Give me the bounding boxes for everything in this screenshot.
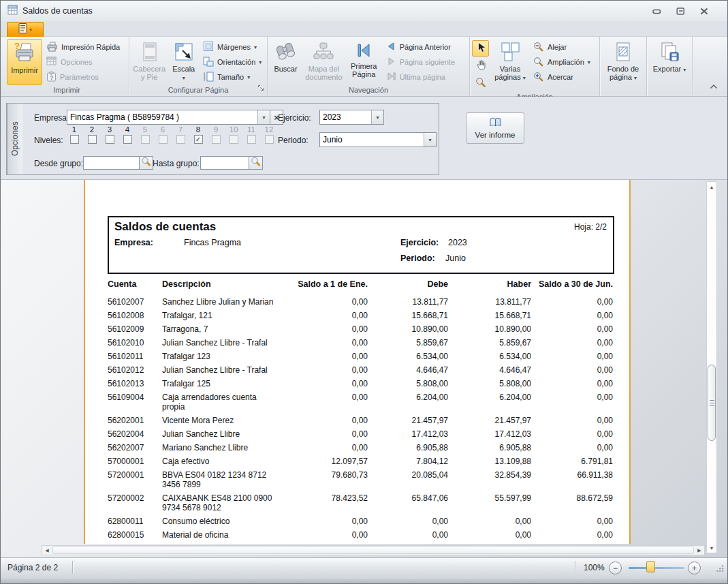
desde-grupo-input[interactable] — [83, 156, 140, 170]
hasta-grupo-search-button[interactable] — [249, 156, 263, 170]
zoom-out-button[interactable]: − — [609, 562, 622, 574]
varias-paginas-button[interactable]: Varias páginas ▾ — [491, 39, 529, 92]
application-menu-button[interactable]: ▾ — [7, 22, 44, 37]
zoom-tool-button[interactable] — [472, 76, 489, 92]
vertical-scrollbar[interactable]: ▲ ▼ — [706, 181, 717, 553]
options-panel: Opciones Empresa: ▾ × Ejercicio: ▾ Nivel… — [1, 97, 727, 179]
ejercicio-input[interactable] — [320, 110, 371, 124]
report-empresa-value: Fincas Pragma — [184, 238, 241, 247]
scroll-left-arrow[interactable]: ◀ — [42, 546, 52, 555]
ver-informe-label: Ver informe — [475, 131, 516, 139]
table-cell: Vicente Mora Perez — [162, 414, 281, 427]
imprimir-button[interactable]: ? Imprimir — [7, 39, 42, 85]
nivel-checkbox-2[interactable] — [88, 135, 97, 144]
pagina-siguiente-label: Página siguiente — [400, 58, 455, 66]
nivel-number-label: 10 — [230, 125, 238, 134]
table-cell: 57000001 — [108, 455, 162, 468]
table-cell: 10.890,00 — [448, 322, 531, 336]
margenes-button[interactable]: Márgenes ▾ — [200, 40, 265, 54]
impresion-rapida-button[interactable]: Impresión Rápida — [44, 40, 127, 54]
multiple-pages-icon — [499, 42, 521, 63]
nivel-checkbox-8[interactable]: ✓ — [194, 135, 203, 144]
scroll-right-arrow[interactable]: ▶ — [695, 546, 704, 555]
parametros-button[interactable]: ? Parámetros — [44, 70, 127, 84]
table-cell: 56109004 — [108, 390, 162, 414]
table-row: 56102007Sanchez Llibre Julian y Marian0,… — [108, 295, 613, 309]
app-icon — [7, 5, 18, 18]
scroll-up-arrow[interactable]: ▲ — [707, 182, 716, 191]
nivel-checkbox-1[interactable] — [70, 135, 79, 144]
minimize-button[interactable] — [651, 7, 662, 16]
ultima-pagina-button[interactable]: Última página — [383, 70, 467, 84]
periodo-combobox[interactable]: ▾ — [319, 132, 437, 147]
opciones-button[interactable]: Opciones — [44, 55, 127, 69]
chevron-down-icon[interactable]: ▾ — [424, 133, 436, 147]
pointer-tool-button[interactable] — [472, 40, 489, 57]
table-cell: 0,00 — [281, 336, 368, 350]
exportar-button[interactable]: Exportar ▾ — [650, 39, 689, 85]
close-button[interactable] — [699, 7, 710, 16]
fondo-pagina-button[interactable]: Fondo de página ▾ — [602, 39, 644, 85]
pagina-siguiente-button[interactable]: Página siguiente — [383, 55, 467, 69]
table-cell: 15.668,71 — [448, 309, 531, 322]
orientacion-label: Orientación — [217, 58, 255, 66]
primera-pagina-button[interactable]: Primera Página — [346, 39, 382, 85]
ribbon-tail — [693, 37, 727, 96]
table-row: 56102011Trafalgar 1230,006.534,006.534,0… — [108, 350, 613, 363]
zoom-slider-thumb[interactable] — [646, 561, 655, 572]
ampliacion-button[interactable]: Ampliación ▾ — [531, 55, 596, 69]
nivel-checkbox-4[interactable] — [123, 135, 132, 144]
tamano-button[interactable]: Tamaño ▾ — [200, 70, 265, 84]
cabecera-pie-button[interactable]: Cabecera y Pie — [131, 39, 167, 85]
orientacion-button[interactable]: Orientación ▾ — [200, 55, 265, 69]
zoom-in-button[interactable]: + — [688, 562, 701, 574]
window-controls — [651, 7, 721, 16]
table-cell: 21.457,97 — [368, 414, 448, 427]
collapse-ribbon-button[interactable] — [710, 80, 718, 92]
nivel-number-label: 5 — [143, 125, 147, 134]
pagina-anterior-button[interactable]: Página Anterior — [383, 40, 467, 54]
ejercicio-combobox[interactable]: ▾ — [319, 110, 384, 125]
desde-grupo-search-button[interactable] — [140, 156, 153, 170]
chevron-down-icon[interactable]: ▾ — [257, 110, 270, 124]
table-cell: 56102010 — [108, 336, 162, 350]
nivel-10: 10 — [225, 125, 242, 144]
table-cell: 62800011 — [108, 514, 162, 528]
last-page-icon — [386, 72, 396, 82]
buscar-button[interactable]: Buscar — [270, 39, 302, 85]
cursor-arrow-icon — [475, 42, 486, 56]
table-cell: 0,00 — [281, 322, 368, 336]
empresa-combobox[interactable]: ▾ — [67, 110, 270, 125]
chevron-down-icon[interactable]: ▾ — [371, 110, 383, 124]
zoom-slider-track[interactable] — [629, 567, 684, 569]
hand-tool-button[interactable] — [472, 58, 489, 74]
scroll-down-arrow[interactable]: ▼ — [707, 543, 716, 553]
zoom-in-icon — [533, 72, 544, 83]
empresa-input[interactable] — [67, 110, 257, 124]
buscar-label: Buscar — [273, 65, 298, 73]
svg-text:?: ? — [14, 42, 20, 51]
vertical-scrollbar-thumb[interactable] — [708, 365, 716, 441]
horizontal-scrollbar[interactable]: ◀ ▶ — [42, 545, 705, 555]
nivel-checkbox-3[interactable] — [106, 135, 114, 144]
report-header-box: Saldos de cuentas Hoja: 2/2 Empresa: Fin… — [108, 216, 614, 274]
table-cell: 57200002 — [108, 491, 162, 514]
escala-button[interactable]: Escala ▾ — [168, 39, 199, 85]
maximize-button[interactable] — [675, 7, 686, 16]
acercar-button[interactable]: Acercar — [531, 70, 596, 84]
table-cell: 5.808,00 — [368, 377, 448, 390]
mapa-documento-button[interactable]: Mapa del documento — [303, 39, 345, 85]
statusbar-separator — [72, 561, 73, 574]
resize-grip-icon[interactable] — [716, 564, 724, 574]
nivel-5: 5 — [136, 125, 154, 144]
alejar-button[interactable]: Alejar — [531, 40, 596, 54]
periodo-input[interactable] — [320, 133, 424, 147]
horizontal-scrollbar-thumb[interactable] — [52, 547, 694, 554]
printer-icon: ? — [13, 42, 36, 65]
ver-informe-button[interactable]: Ver informe — [466, 112, 524, 144]
acercar-label: Acercar — [548, 73, 573, 81]
primera-pagina-label: Primera Página — [347, 62, 381, 78]
window-title: Saldos de cuentas — [22, 6, 93, 16]
dialog-launcher-icon[interactable] — [257, 82, 265, 95]
hasta-grupo-input[interactable] — [200, 156, 249, 170]
